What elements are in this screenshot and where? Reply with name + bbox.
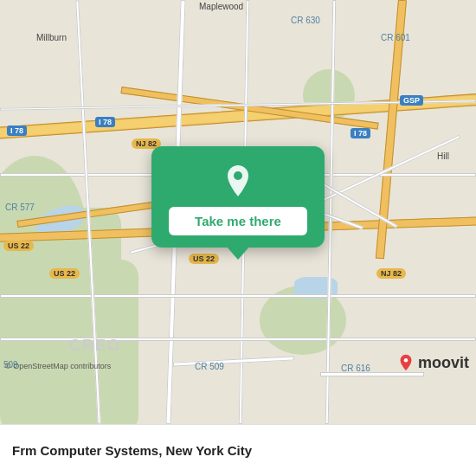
moovit-text: moovit (418, 354, 469, 372)
location-pin-icon (219, 162, 257, 200)
map-container: Millburn Maplewood Union Hill I 78 I 78 … (0, 0, 476, 424)
us22-badge-2: US 22 (49, 268, 80, 279)
moovit-logo: moovit (396, 353, 469, 372)
svg-point-1 (234, 171, 242, 180)
moovit-pin-icon (396, 353, 415, 372)
cr509-label: CR 509 (195, 362, 224, 371)
hill-label: Hill (437, 151, 449, 161)
creo-watermark: CREO (69, 337, 121, 355)
osm-credit: © OpenStreetMap contributors (5, 362, 111, 370)
cr630-label: CR 630 (291, 16, 320, 25)
popup-card: Take me there (151, 146, 325, 248)
nj82-badge-2: NJ 82 (376, 268, 406, 279)
bottom-title: Frm Computer Systems, New York City (12, 443, 464, 458)
cr616-road (320, 372, 424, 376)
cr601-label: CR 601 (381, 33, 410, 42)
take-me-there-button[interactable]: Take me there (169, 207, 307, 235)
maplewood-label: Maplewood (199, 2, 243, 11)
i78-badge-2: I 78 (95, 117, 115, 127)
millburn-label: Millburn (36, 33, 67, 42)
bottom-bar: Frm Computer Systems, New York City (0, 424, 476, 476)
svg-point-0 (404, 358, 408, 363)
us22-badge-1: US 22 (3, 241, 34, 251)
i78-badge-1: I 78 (7, 125, 27, 136)
us22-badge-3: US 22 (189, 254, 219, 264)
gsp-badge: GSP (400, 95, 423, 106)
local-road-4 (0, 294, 476, 298)
cr616-label: CR 616 (341, 363, 370, 373)
cr577-label: CR 577 (5, 203, 35, 212)
i78-badge-3: I 78 (351, 128, 370, 138)
